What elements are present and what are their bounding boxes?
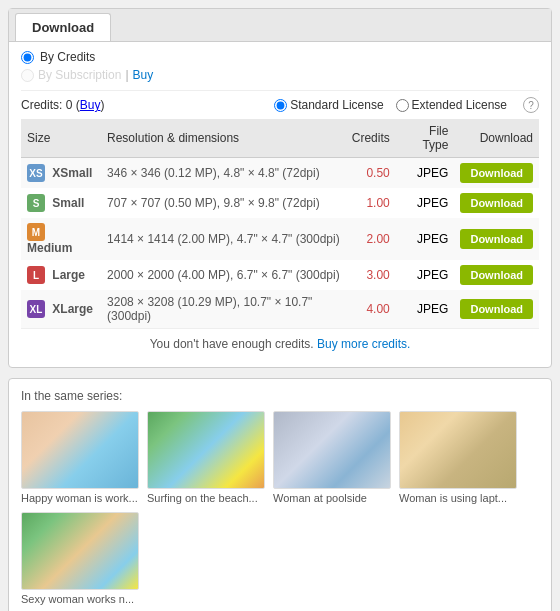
cell-description: 1414 × 1414 (2.00 MP), 4.7" × 4.7" (300d… <box>101 218 346 260</box>
series-caption: Woman at poolside <box>273 492 391 504</box>
cell-filetype: JPEG <box>396 188 455 218</box>
size-name: Large <box>52 268 85 282</box>
cell-credits: 2.00 <box>346 218 396 260</box>
cell-download: Download <box>454 260 539 290</box>
standard-license-label: Standard License <box>274 98 383 112</box>
cell-size-badge: L Large <box>21 260 101 290</box>
by-subscription-radio[interactable] <box>21 69 34 82</box>
license-options: Standard License Extended License ? <box>274 97 539 113</box>
series-title: In the same series: <box>21 389 539 403</box>
by-subscription-row: By Subscription | Buy <box>21 68 539 82</box>
cell-credits: 3.00 <box>346 260 396 290</box>
credits-amount: Credits: 0 <box>21 98 72 112</box>
table-row: XS XSmall 346 × 346 (0.12 MP), 4.8" × 4.… <box>21 158 539 189</box>
credits-license-row: Credits: 0 (Buy) Standard License Extend… <box>21 90 539 113</box>
cell-download: Download <box>454 290 539 328</box>
cell-size-badge: M Medium <box>21 218 101 260</box>
series-item[interactable]: Sexy woman works n... <box>21 512 139 605</box>
no-credits-text: You don't have enough credits. <box>150 337 314 351</box>
series-item[interactable]: Woman at poolside <box>273 411 391 504</box>
col-resolution: Resolution & dimensions <box>101 119 346 158</box>
series-item[interactable]: Happy woman is work... <box>21 411 139 504</box>
by-subscription-label: By Subscription <box>38 68 121 82</box>
series-caption: Surfing on the beach... <box>147 492 265 504</box>
cell-description: 707 × 707 (0.50 MP), 9.8" × 9.8" (72dpi) <box>101 188 346 218</box>
cell-download: Download <box>454 188 539 218</box>
size-badge-m: M <box>27 223 45 241</box>
download-button-xs[interactable]: Download <box>460 163 533 183</box>
help-icon[interactable]: ? <box>523 97 539 113</box>
col-filetype: File Type <box>396 119 455 158</box>
series-caption: Sexy woman works n... <box>21 593 139 605</box>
size-badge-xs: XS <box>27 164 45 182</box>
cell-filetype: JPEG <box>396 290 455 328</box>
download-button-xl[interactable]: Download <box>460 299 533 319</box>
series-thumbnail <box>399 411 517 489</box>
size-name: Small <box>52 196 84 210</box>
download-panel: Download By Credits By Subscription | Bu… <box>8 8 552 368</box>
series-thumbnail <box>21 512 139 590</box>
cell-filetype: JPEG <box>396 218 455 260</box>
series-item[interactable]: Surfing on the beach... <box>147 411 265 504</box>
standard-license-radio[interactable] <box>274 99 287 112</box>
size-badge-xl: XL <box>27 300 45 318</box>
size-name: XSmall <box>52 166 92 180</box>
download-tab[interactable]: Download <box>15 13 111 41</box>
series-caption: Woman is using lapt... <box>399 492 517 504</box>
table-row: XL XLarge 3208 × 3208 (10.29 MP), 10.7" … <box>21 290 539 328</box>
col-size: Size <box>21 119 101 158</box>
by-credits-row: By Credits <box>21 50 539 64</box>
table-row: M Medium 1414 × 1414 (2.00 MP), 4.7" × 4… <box>21 218 539 260</box>
series-thumbnail <box>147 411 265 489</box>
cell-size-badge: XS XSmall <box>21 158 101 189</box>
buy-more-credits-link[interactable]: Buy more credits. <box>317 337 410 351</box>
no-credits-message: You don't have enough credits. Buy more … <box>21 328 539 359</box>
credits-info: Credits: 0 (Buy) <box>21 98 104 112</box>
by-credits-radio[interactable] <box>21 51 34 64</box>
table-row: S Small 707 × 707 (0.50 MP), 9.8" × 9.8"… <box>21 188 539 218</box>
sizes-table: Size Resolution & dimensions Credits Fil… <box>21 119 539 328</box>
col-download: Download <box>454 119 539 158</box>
buy-subscription-link[interactable]: Buy <box>133 68 154 82</box>
cell-size-badge: XL XLarge <box>21 290 101 328</box>
size-badge-l: L <box>27 266 45 284</box>
panel-body: By Credits By Subscription | Buy Credits… <box>9 42 551 367</box>
cell-description: 346 × 346 (0.12 MP), 4.8" × 4.8" (72dpi) <box>101 158 346 189</box>
series-panel: In the same series: Happy woman is work.… <box>8 378 552 611</box>
cell-download: Download <box>454 218 539 260</box>
cell-credits: 4.00 <box>346 290 396 328</box>
download-button-s[interactable]: Download <box>460 193 533 213</box>
tab-bar: Download <box>9 9 551 42</box>
series-caption: Happy woman is work... <box>21 492 139 504</box>
col-credits: Credits <box>346 119 396 158</box>
size-name: XLarge <box>52 302 93 316</box>
buy-credits-link[interactable]: Buy <box>80 98 101 112</box>
separator: | <box>125 68 128 82</box>
cell-filetype: JPEG <box>396 260 455 290</box>
cell-size-badge: S Small <box>21 188 101 218</box>
cell-description: 3208 × 3208 (10.29 MP), 10.7" × 10.7" (3… <box>101 290 346 328</box>
table-row: L Large 2000 × 2000 (4.00 MP), 6.7" × 6.… <box>21 260 539 290</box>
cell-credits: 1.00 <box>346 188 396 218</box>
cell-description: 2000 × 2000 (4.00 MP), 6.7" × 6.7" (300d… <box>101 260 346 290</box>
download-button-m[interactable]: Download <box>460 229 533 249</box>
download-button-l[interactable]: Download <box>460 265 533 285</box>
extended-license-label: Extended License <box>396 98 507 112</box>
cell-filetype: JPEG <box>396 158 455 189</box>
series-item[interactable]: Woman is using lapt... <box>399 411 517 504</box>
size-badge-s: S <box>27 194 45 212</box>
extended-license-radio[interactable] <box>396 99 409 112</box>
series-thumbnail <box>273 411 391 489</box>
table-header-row: Size Resolution & dimensions Credits Fil… <box>21 119 539 158</box>
by-credits-label: By Credits <box>40 50 95 64</box>
size-name: Medium <box>27 241 72 255</box>
series-grid: Happy woman is work... Surfing on the be… <box>21 411 539 605</box>
cell-download: Download <box>454 158 539 189</box>
cell-credits: 0.50 <box>346 158 396 189</box>
series-thumbnail <box>21 411 139 489</box>
